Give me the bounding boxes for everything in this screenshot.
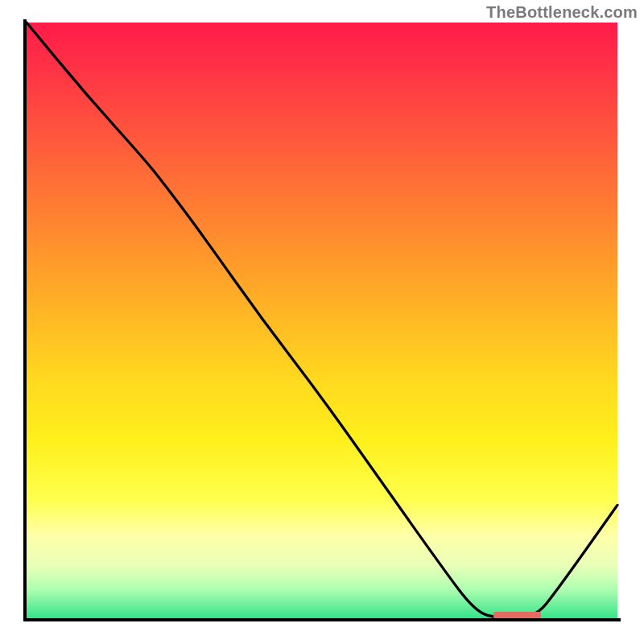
- chart-container: TheBottleneck.com: [0, 0, 644, 644]
- source-attribution: TheBottleneck.com: [486, 3, 638, 22]
- optimal-range-marker: [493, 612, 541, 618]
- x-axis-line: [23, 618, 621, 621]
- bottleneck-curve: [27, 23, 617, 618]
